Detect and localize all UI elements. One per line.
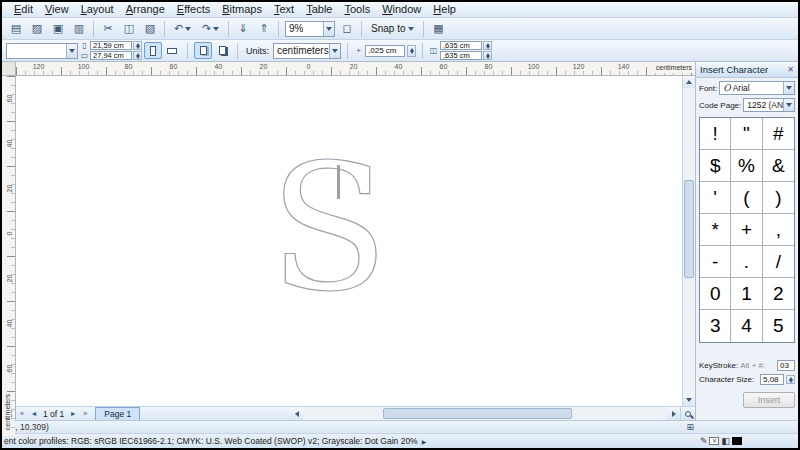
last-page-icon[interactable]: »: [79, 407, 91, 420]
menu-item[interactable]: Table: [300, 2, 338, 17]
vertical-ruler[interactable]: 604020020406080 centimeters: [2, 76, 15, 436]
character-cell[interactable]: 5: [763, 310, 794, 342]
horizontal-scrollbar[interactable]: [290, 407, 680, 420]
page-width-input[interactable]: 21,59 cm: [90, 41, 132, 50]
code-page-select[interactable]: 1252 (ANSI ...: [743, 98, 795, 112]
outline-color-swatch[interactable]: ✕: [709, 437, 719, 445]
character-cell[interactable]: 4: [731, 310, 762, 342]
duplicate-x-input[interactable]: ,635 cm: [440, 41, 482, 50]
scroll-left-icon[interactable]: [290, 407, 303, 420]
character-cell[interactable]: ): [763, 182, 794, 214]
fullscreen-preview-icon[interactable]: ◻: [337, 20, 357, 38]
zoom-level-select[interactable]: 9%: [285, 21, 335, 37]
page-tab[interactable]: Page 1: [95, 407, 140, 420]
expand-arrow-icon[interactable]: ▶: [422, 438, 427, 445]
portrait-button[interactable]: [144, 42, 162, 59]
insert-button[interactable]: Insert: [743, 392, 795, 408]
nudge-offset-input[interactable]: ,025 cm: [365, 45, 405, 57]
clipboard-tool-group: ✂◫▧: [98, 20, 160, 38]
status-grid-icon[interactable]: ⊞: [686, 423, 694, 432]
nudge-spinner[interactable]: [407, 45, 416, 57]
export-icon[interactable]: ⇑: [254, 20, 274, 38]
menu-item[interactable]: Bitmaps: [216, 2, 268, 17]
all-pages-button[interactable]: [194, 42, 212, 59]
toolbar-separator: [93, 21, 94, 37]
next-page-icon[interactable]: ►: [67, 407, 79, 420]
save-icon[interactable]: ▣: [48, 20, 68, 38]
copy-icon[interactable]: ◫: [119, 20, 139, 38]
character-cell[interactable]: ,: [763, 214, 794, 246]
redo-icon[interactable]: ↷: [197, 20, 224, 38]
duplicate-x-spinner[interactable]: [483, 41, 492, 50]
character-cell[interactable]: $: [700, 150, 731, 182]
ruler-number: 60: [421, 62, 466, 75]
letter-s-object[interactable]: S: [249, 131, 409, 331]
character-cell[interactable]: ": [731, 118, 762, 150]
keystroke-input[interactable]: 03: [777, 360, 795, 371]
character-cell[interactable]: 2: [763, 278, 794, 310]
character-cell[interactable]: ': [700, 182, 731, 214]
paper-size-preset-select[interactable]: [6, 43, 78, 59]
menu-item[interactable]: Window: [376, 2, 427, 17]
page-width-spinner[interactable]: [133, 41, 142, 50]
menu-item[interactable]: Tools: [338, 2, 376, 17]
horizontal-ruler[interactable]: 12010080604020020406080100120140160 cent…: [16, 62, 695, 76]
menu-item[interactable]: View: [39, 2, 75, 17]
menu-item[interactable]: Layout: [75, 2, 120, 17]
landscape-button[interactable]: [163, 42, 181, 59]
scroll-right-icon[interactable]: [667, 407, 680, 420]
svg-text:S: S: [269, 131, 389, 330]
menu-item[interactable]: Edit: [8, 2, 39, 17]
scroll-down-icon[interactable]: [683, 394, 695, 406]
character-cell[interactable]: -: [700, 246, 731, 278]
character-cell[interactable]: *: [700, 214, 731, 246]
scroll-up-icon[interactable]: [683, 76, 695, 88]
keystroke-label: KeyStroke:: [699, 361, 738, 370]
menu-item[interactable]: Text: [268, 2, 300, 17]
character-cell[interactable]: %: [731, 150, 762, 182]
character-size-spinner[interactable]: [786, 375, 795, 384]
character-cell[interactable]: 3: [700, 310, 731, 342]
options-icon[interactable]: ▦: [428, 20, 448, 38]
ruler-origin-button[interactable]: [2, 62, 15, 76]
zoom-tool-icon[interactable]: [680, 407, 695, 420]
drawing-canvas[interactable]: S: [16, 76, 682, 406]
character-cell[interactable]: 1: [731, 278, 762, 310]
page-height-input[interactable]: 27,94 cm: [90, 51, 132, 60]
duplicate-y-input[interactable]: ,635 cm: [440, 51, 482, 60]
current-page-button[interactable]: [213, 42, 231, 59]
menu-item[interactable]: Arrange: [120, 2, 171, 17]
horizontal-scroll-track[interactable]: [303, 407, 667, 420]
fill-color-swatch[interactable]: [732, 437, 742, 445]
page-info: 1 of 1: [40, 409, 67, 419]
duplicate-y-spinner[interactable]: [483, 51, 492, 60]
character-cell[interactable]: !: [700, 118, 731, 150]
import-icon[interactable]: ⇓: [233, 20, 253, 38]
character-size-input[interactable]: 5,08: [760, 374, 784, 385]
character-cell[interactable]: 0: [700, 278, 731, 310]
character-cell[interactable]: +: [731, 214, 762, 246]
vertical-scrollbar[interactable]: [682, 76, 695, 406]
character-cell[interactable]: &: [763, 150, 794, 182]
open-icon[interactable]: ▨: [27, 20, 47, 38]
character-cell[interactable]: #: [763, 118, 794, 150]
character-cell[interactable]: /: [763, 246, 794, 278]
font-select[interactable]: O Arial: [719, 81, 795, 95]
character-cell[interactable]: (: [731, 182, 762, 214]
vertical-scroll-thumb[interactable]: [684, 180, 694, 278]
horizontal-scroll-thumb[interactable]: [383, 408, 572, 419]
page-height-spinner[interactable]: [133, 51, 142, 60]
new-document-icon[interactable]: ▤: [6, 20, 26, 38]
undo-icon[interactable]: ↶: [169, 20, 196, 38]
paste-icon[interactable]: ▧: [140, 20, 160, 38]
page-bar: «◄ 1 of 1 ►» Page 1: [16, 406, 695, 420]
snap-to-button[interactable]: Snap to: [366, 20, 419, 38]
character-cell[interactable]: .: [731, 246, 762, 278]
cut-icon[interactable]: ✂: [98, 20, 118, 38]
print-icon[interactable]: ▥: [69, 20, 89, 38]
docker-close-icon[interactable]: ✕: [787, 65, 794, 74]
units-select[interactable]: centimeters: [273, 43, 341, 59]
vertical-scroll-track[interactable]: [683, 88, 695, 394]
menu-item[interactable]: Effects: [171, 2, 216, 17]
menu-item[interactable]: Help: [427, 2, 462, 17]
